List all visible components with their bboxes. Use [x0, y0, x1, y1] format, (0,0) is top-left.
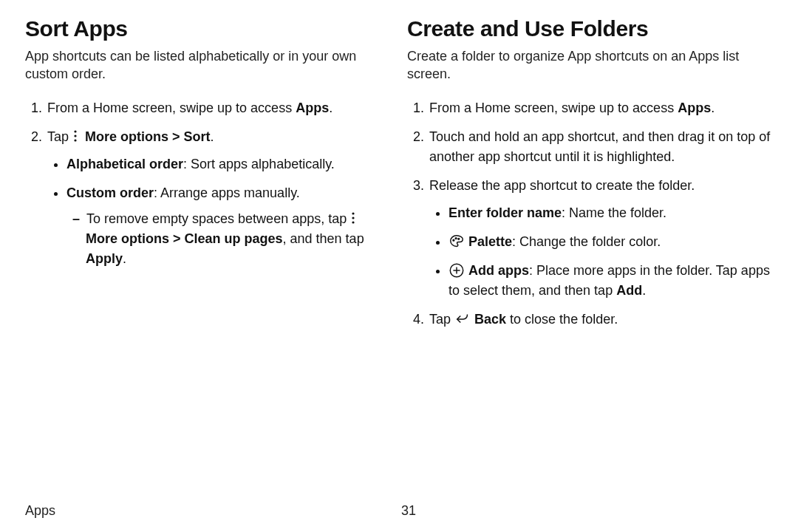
label: Add apps — [468, 263, 529, 278]
text: Tap — [429, 312, 454, 327]
text: From a Home screen, swipe up to access — [429, 100, 678, 115]
desc: : Sort apps alphabetically. — [183, 157, 335, 171]
page-footer: Apps 31 — [25, 499, 773, 519]
svg-point-6 — [453, 239, 454, 241]
content-columns: Sort Apps App shortcuts can be listed al… — [25, 16, 773, 499]
palette-icon — [449, 233, 465, 250]
add-apps-icon — [449, 262, 465, 279]
folders-step-4: Tap Back to close the folder. — [428, 310, 773, 330]
svg-point-1 — [74, 134, 76, 137]
sort-apps-heading: Sort Apps — [25, 16, 391, 41]
svg-point-3 — [352, 212, 355, 214]
back-bold: Back — [474, 312, 506, 327]
folder-options-list: Enter folder name: Name the folder. — [429, 203, 773, 301]
text: Release the app shortcut to create the f… — [429, 178, 695, 193]
svg-point-2 — [74, 139, 76, 141]
text: To remove empty spaces between apps, tap — [86, 211, 350, 226]
text: . — [123, 251, 126, 266]
footer-section-label: Apps — [25, 503, 397, 519]
more-options-icon — [72, 129, 81, 142]
svg-point-8 — [458, 238, 460, 239]
caret: > — [169, 231, 185, 246]
desc: : Name the folder. — [562, 205, 666, 220]
sort-step-1: From a Home screen, swipe up to access A… — [46, 98, 391, 118]
apps-bold: Apps — [296, 100, 329, 115]
folders-step-1: From a Home screen, swipe up to access A… — [428, 98, 773, 118]
text: From a Home screen, swipe up to access — [47, 100, 296, 115]
svg-point-5 — [352, 221, 355, 223]
sort-bold: Sort — [184, 129, 211, 144]
folders-step-3: Release the app shortcut to create the f… — [428, 176, 773, 301]
sort-apps-intro: App shortcuts can be listed alphabetical… — [25, 47, 391, 83]
create-folders-heading: Create and Use Folders — [407, 16, 773, 41]
label: Palette — [468, 234, 512, 249]
caret: > — [168, 129, 184, 144]
add-bold: Add — [616, 283, 642, 298]
bullet-folder-name: Enter folder name: Name the folder. — [449, 203, 773, 223]
apps-bold: Apps — [678, 100, 711, 115]
more-options-bold: More options — [85, 129, 168, 144]
more-options-bold: More options — [86, 231, 169, 246]
bullet-custom: Custom order: Arrange apps manually. To … — [66, 183, 391, 269]
text: to close the folder. — [506, 312, 618, 327]
sort-options-list: Alphabetical order: Sort apps alphabetic… — [47, 154, 391, 269]
svg-point-7 — [455, 237, 457, 239]
apply-bold: Apply — [86, 251, 123, 266]
svg-point-4 — [352, 216, 355, 219]
bullet-add-apps: Add apps: Place more apps in the folder.… — [449, 261, 773, 301]
text: . — [211, 129, 214, 144]
label: Alphabetical order — [66, 157, 183, 171]
sort-apps-steps: From a Home screen, swipe up to access A… — [25, 98, 391, 269]
label: Enter folder name — [449, 205, 562, 220]
svg-point-0 — [74, 130, 76, 132]
text: . — [711, 100, 715, 115]
text: . — [329, 100, 332, 115]
desc: . — [642, 283, 646, 298]
right-column: Create and Use Folders Create a folder t… — [407, 16, 773, 499]
create-folders-steps: From a Home screen, swipe up to access A… — [407, 98, 773, 330]
bullet-alphabetical: Alphabetical order: Sort apps alphabetic… — [66, 154, 391, 174]
footer-page-number: 31 — [397, 503, 773, 519]
manual-page: Sort Apps App shortcuts can be listed al… — [0, 0, 798, 532]
bullet-palette: Palette: Change the folder color. — [449, 232, 773, 252]
more-options-icon — [350, 211, 359, 224]
desc: : Change the folder color. — [512, 234, 661, 249]
dash-cleanup: To remove empty spaces between apps, tap — [86, 209, 391, 269]
left-column: Sort Apps App shortcuts can be listed al… — [25, 16, 391, 499]
folders-step-2: Touch and hold an app shortcut, and then… — [428, 127, 773, 167]
sort-step-2: Tap More options > Sort. Alphabetical or… — [46, 127, 391, 269]
cleanup-bold: Clean up pages — [185, 231, 283, 246]
custom-order-sublist: To remove empty spaces between apps, tap — [66, 209, 391, 269]
label: Custom order — [66, 185, 154, 200]
desc: : Arrange apps manually. — [154, 185, 300, 200]
text: Tap — [47, 129, 72, 144]
create-folders-intro: Create a folder to organize App shortcut… — [407, 47, 773, 83]
back-icon — [454, 311, 471, 327]
text: , and then tap — [283, 231, 364, 246]
